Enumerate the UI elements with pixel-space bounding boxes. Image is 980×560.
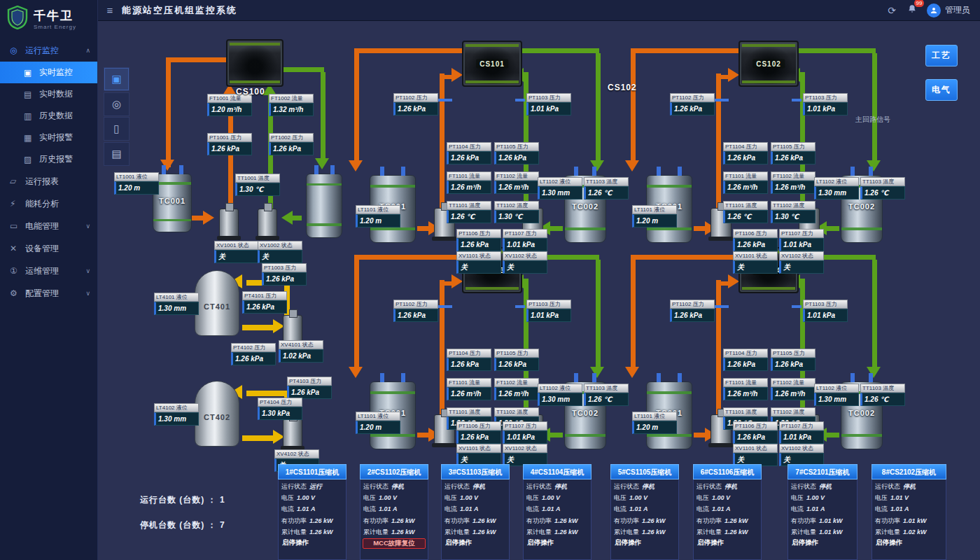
compressor-cs101[interactable]: CS101 — [462, 41, 522, 87]
sidebar-item-运行报表[interactable]: ▱运行报表 — [0, 170, 97, 192]
valve[interactable] — [283, 419, 302, 448]
panel-row-value: 1.26 kW — [642, 517, 666, 524]
instrument-tag: PT1107 压力 — [779, 421, 824, 430]
panel-title[interactable]: 8#CS2102压缩机 — [872, 464, 946, 479]
start-stop-button[interactable]: 启停操作 — [696, 538, 759, 547]
compressor-panel: 8#CS2102压缩机运行状态停机电压1.01 V电流1.01 A有功功率1.0… — [872, 464, 946, 560]
instrument-value: 1.26 kPa — [771, 358, 816, 371]
instrument-value: 1.26 m³/h — [723, 387, 768, 400]
bell-icon[interactable]: 99 — [907, 4, 917, 16]
sidebar-item-历史报警[interactable]: ▨历史报警 — [0, 148, 97, 170]
tool-tank-button[interactable]: ▤ — [104, 142, 130, 166]
sidebar-item-配置管理[interactable]: ⚙配置管理∨ — [0, 282, 97, 304]
instrument-tag: PT1102 压力 — [393, 300, 438, 309]
panel-row: 累计电量1.26 kW — [442, 526, 509, 538]
instrument-tag: PT4104 压力 — [258, 398, 302, 407]
start-stop-button[interactable]: 启停操作 — [790, 538, 855, 547]
instrument-label: PT4102 压力1.26 kPa — [231, 343, 276, 365]
sidebar-item-历史数据[interactable]: ▥历史数据 — [0, 105, 97, 127]
equipment-label: TC002 — [848, 409, 875, 417]
bullet-ct401[interactable]: CT401 — [195, 270, 239, 336]
panel-title[interactable]: 3#CS1103压缩机 — [441, 464, 510, 479]
panel-title[interactable]: 6#CS1106压缩机 — [693, 464, 762, 479]
flow-arrow — [451, 274, 463, 288]
sidebar-item-电能管理[interactable]: ▭电能管理∨ — [0, 215, 97, 237]
instrument-tag: XV1102 状态 — [503, 251, 547, 260]
fault-reset-button[interactable]: MCC故障复位 — [363, 538, 426, 549]
instrument-tag: TT1103 温度 — [860, 177, 905, 186]
tool-compressor-button[interactable]: ◎ — [104, 92, 130, 116]
instrument-value: 1.26 ℃ — [584, 393, 629, 406]
equipment-label: CT402 — [204, 413, 230, 421]
instrument-label: XV1101 状态关 — [733, 251, 778, 274]
sidebar-item-设备管理[interactable]: ✕设备管理 — [0, 237, 97, 260]
panel-row: 电流1.01 A — [279, 503, 346, 514]
panel-title[interactable]: 5#CS1105压缩机 — [610, 464, 679, 479]
pipe-segment — [440, 280, 444, 416]
sidebar-item-label: 配置管理 — [25, 288, 59, 300]
user-name[interactable]: 管理员 — [945, 4, 970, 16]
sidebar-item-实时监控[interactable]: ▣实时监控 — [0, 62, 97, 83]
instrument-tag: XV1102 状态 — [779, 251, 824, 260]
instrument-label: PT1106 压力1.26 kPa — [733, 421, 778, 444]
panel-row-value: 1.26 kW — [309, 517, 333, 524]
valve[interactable] — [219, 209, 239, 238]
chevron-icon: ∨ — [85, 267, 90, 274]
pipe-segment — [354, 48, 463, 53]
view-button-电气[interactable]: 电气 — [925, 79, 958, 101]
start-stop-button[interactable]: 启停操作 — [874, 538, 944, 547]
start-stop-button[interactable]: 启停操作 — [281, 538, 344, 547]
panel-row: 有功功率1.26 kW — [694, 515, 761, 526]
tank[interactable] — [306, 174, 342, 238]
sidebar-item-能耗分析[interactable]: ⚡能耗分析 — [0, 192, 97, 215]
pipe-segment — [438, 305, 452, 308]
instrument-label: XV1001 状态关 — [214, 241, 259, 263]
instrument-tag: PT1106 压力 — [733, 421, 778, 430]
bullet-ct402[interactable]: CT402 — [195, 381, 239, 447]
view-button-工艺[interactable]: 工艺 — [925, 45, 958, 66]
instrument-value: 1.01 kPa — [779, 238, 824, 251]
panel-row-value: 1.26 kW — [391, 528, 415, 536]
start-stop-button[interactable]: 启停操作 — [444, 538, 507, 547]
panel-title[interactable]: 2#CS1102压缩机 — [360, 464, 428, 479]
panel-row-value: 1.00 V — [460, 494, 478, 501]
panel-row-value: 停机 — [819, 483, 832, 490]
start-stop-button[interactable]: 启停操作 — [526, 538, 589, 547]
tool-overview-button[interactable]: ▣ — [104, 67, 130, 91]
compressor-cs102[interactable]: CS102 — [738, 41, 799, 87]
avatar[interactable] — [927, 4, 941, 18]
panel-title[interactable]: 7#CS2101压缩机 — [788, 464, 858, 479]
tool-valve-button[interactable]: ▯ — [104, 117, 130, 141]
instrument-tag: PT4101 压力 — [242, 291, 287, 300]
panel-row-value: 1.00 V — [379, 494, 397, 501]
instrument-value: 关 — [214, 250, 259, 263]
instrument-value: 1.26 kPa — [494, 358, 539, 371]
diagram-text: CS100 — [236, 87, 265, 97]
start-stop-button[interactable]: 启停操作 — [613, 538, 676, 547]
panel-row-value: 运行 — [309, 483, 322, 490]
instrument-tag: XV1102 状态 — [503, 444, 547, 453]
instrument-tag: PT1106 压力 — [456, 421, 501, 430]
compressor[interactable] — [226, 39, 284, 87]
pipe-segment — [827, 226, 839, 231]
flow-arrow — [349, 367, 363, 378]
panel-title[interactable]: 4#CS1104压缩机 — [523, 464, 592, 479]
pipe-segment — [872, 260, 877, 368]
sidebar-item-运行监控[interactable]: ◎运行监控∧ — [0, 39, 97, 62]
instrument-value: 1.26 m³/h — [494, 387, 539, 400]
valve[interactable] — [258, 209, 277, 238]
device-icon: ✕ — [10, 244, 25, 253]
panel-row-value: 1.00 V — [629, 494, 648, 501]
refresh-icon[interactable]: ⟳ — [888, 5, 896, 16]
sidebar-item-运维管理[interactable]: ①运维管理∨ — [0, 260, 97, 282]
panel-row: 电压1.00 V — [524, 492, 591, 503]
menu-toggle-icon[interactable]: ≡ — [98, 4, 122, 16]
instrument-value: 关 — [258, 250, 302, 263]
instrument-value: 1.26 ℃ — [860, 393, 905, 406]
instrument-label: PT1102 压力1.26 kPa — [393, 93, 438, 115]
instrument-tag: PT1104 压力 — [447, 142, 491, 151]
sidebar-item-实时数据[interactable]: ▤实时数据 — [0, 83, 97, 105]
panel-title[interactable]: 1#CS1101压缩机 — [278, 464, 346, 479]
config-icon: ⚙ — [10, 288, 25, 298]
sidebar-item-实时报警[interactable]: ▦实时报警 — [0, 127, 97, 148]
